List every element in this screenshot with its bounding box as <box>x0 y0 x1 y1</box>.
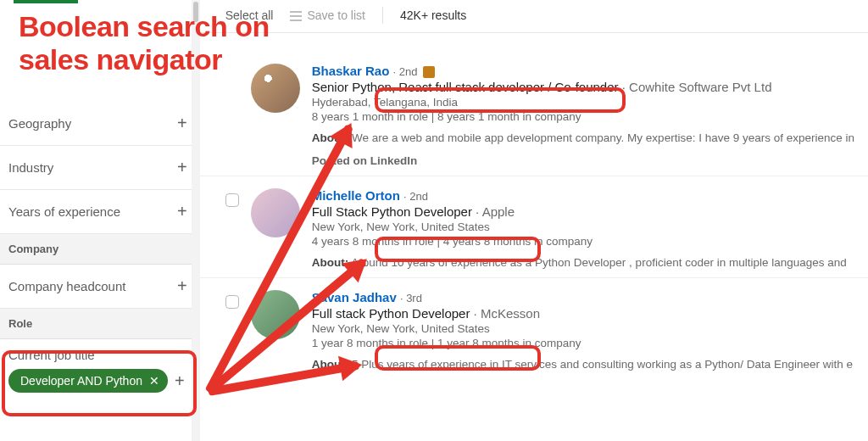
result-tenure: 8 years 1 month in role | 8 years 1 mont… <box>312 110 854 123</box>
result-about: Around 10 years of experience as a Pytho… <box>351 256 847 269</box>
filter-industry[interactable]: Industry + <box>0 146 199 190</box>
plus-icon: + <box>177 276 187 296</box>
posted-on-text: Posted on LinkedIn <box>312 154 854 167</box>
results-panel: Select all Save to list 42K+ results Bha… <box>200 0 868 441</box>
about-label: About: <box>312 256 348 269</box>
save-to-list-label: Save to list <box>307 8 364 22</box>
divider <box>382 7 383 24</box>
filter-label: Current job title <box>8 348 191 362</box>
connection-degree: · 3rd <box>400 292 422 304</box>
results-list: Bhaskar Rao · 2nd Senior Python, React f… <box>200 33 868 441</box>
select-checkbox[interactable] <box>225 193 239 207</box>
filter-chip[interactable]: Developer AND Python ✕ <box>8 369 168 393</box>
result-card: Michelle Orton · 2nd Full Stack Python D… <box>200 176 868 278</box>
close-icon[interactable]: ✕ <box>149 375 159 387</box>
plus-icon: + <box>177 202 187 221</box>
connection-degree: · 2nd <box>403 190 428 203</box>
plus-icon: + <box>177 114 187 133</box>
filter-company-headcount[interactable]: Company headcount + <box>0 265 199 309</box>
result-location: New York, New York, United States <box>312 220 854 233</box>
plus-icon: + <box>177 158 187 177</box>
result-company: · Apple <box>476 204 515 219</box>
result-name-link[interactable]: Michelle Orton <box>312 188 400 203</box>
result-tenure: 1 year 8 months in role | 1 year 8 month… <box>312 337 854 349</box>
filter-label: Geography <box>8 116 71 131</box>
filter-label: Company headcount <box>8 279 125 293</box>
filter-label: Industry <box>8 160 53 175</box>
result-company: · McKesson <box>474 306 540 321</box>
result-job-title: Senior Python, React full stack develope… <box>312 80 619 94</box>
result-name-link[interactable]: Savan Jadhav <box>312 290 397 304</box>
result-name-link[interactable]: Bhaskar Rao <box>312 64 390 78</box>
result-card: Savan Jadhav · 3rd Full stack Python Dev… <box>200 278 868 379</box>
annotation-title: Boolean search on sales navigator <box>19 10 270 76</box>
filter-current-job-title: Current job title Developer AND Python ✕… <box>0 339 199 413</box>
result-location: New York, New York, United States <box>312 322 854 335</box>
result-about: We are a web and mobile app development … <box>352 131 854 144</box>
premium-badge-icon <box>423 66 435 78</box>
result-tenure: 4 years 8 months in role | 4 years 8 mon… <box>312 235 854 248</box>
result-company: · Cowhite Software Pvt Ltd <box>622 80 772 94</box>
filter-years-of-experience[interactable]: Years of experience + <box>0 190 199 234</box>
avatar[interactable] <box>251 290 300 339</box>
result-job-title: Full stack Python Developer <box>312 306 470 321</box>
save-to-list-button[interactable]: Save to list <box>290 8 364 22</box>
result-about: 5 Plus years of experience in IT service… <box>352 358 853 371</box>
connection-degree: · 2nd <box>393 65 418 78</box>
avatar[interactable] <box>251 188 300 237</box>
filter-geography[interactable]: Geography + <box>0 102 199 146</box>
active-tab-indicator <box>14 0 78 3</box>
filter-label: Years of experience <box>8 204 120 219</box>
add-filter-button[interactable]: + <box>175 371 185 391</box>
chip-label: Developer AND Python <box>20 374 142 388</box>
results-toolbar: Select all Save to list 42K+ results <box>200 0 868 33</box>
section-header-company: Company <box>0 234 199 265</box>
list-icon <box>290 10 302 20</box>
result-job-title: Full Stack Python Developer <box>312 204 472 219</box>
about-label: About: <box>312 131 348 144</box>
result-location: Hyderabad, Telangana, India <box>312 96 854 109</box>
select-checkbox[interactable] <box>225 295 239 309</box>
about-label: About: <box>312 358 348 371</box>
results-count: 42K+ results <box>400 8 466 22</box>
result-card: Bhaskar Rao · 2nd Senior Python, React f… <box>200 33 868 176</box>
section-header-role: Role <box>0 309 199 339</box>
